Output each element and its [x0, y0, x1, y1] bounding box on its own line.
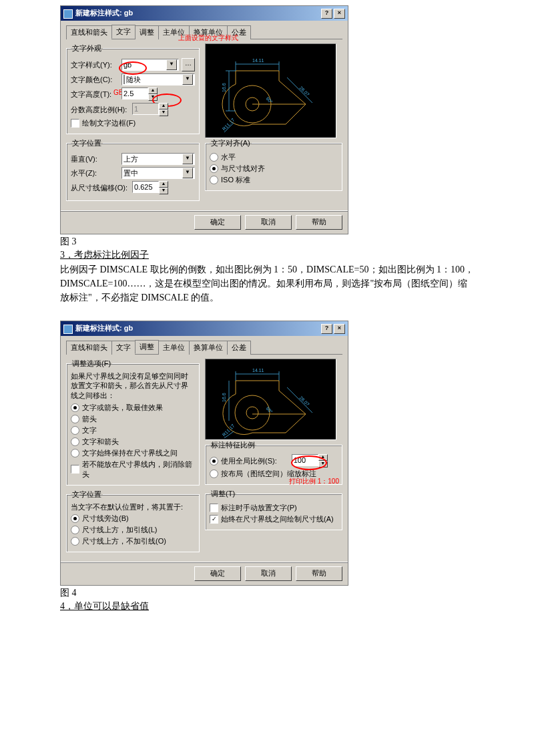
- tune-always-draw-check[interactable]: ✓始终在尺寸界线之间绘制尺寸线(A): [210, 514, 338, 524]
- chevron-down-icon: ▼: [182, 74, 193, 85]
- chevron-down-icon: ▼: [182, 168, 193, 178]
- text-alignment-group: 文字对齐(A) 水平 与尺寸线对齐 ISO 标准: [205, 138, 342, 191]
- text-position-legend: 文字位置: [71, 138, 103, 148]
- cancel-button[interactable]: 取消: [245, 215, 292, 230]
- tab-lines-arrows[interactable]: 直线和箭头: [66, 25, 112, 39]
- fraction-height-label: 分数高度比例(H):: [71, 105, 129, 115]
- spin-up-icon[interactable]: ▲: [148, 87, 158, 94]
- fit-desc: 如果尺寸界线之间没有足够空间同时放置文字和箭头，那么首先从尺寸界线之间移出：: [71, 371, 195, 400]
- text-height-label: 文字高度(T):: [71, 89, 119, 100]
- text-alignment-legend: 文字对齐(A): [210, 138, 252, 148]
- svg-text:16.6: 16.6: [222, 393, 226, 402]
- ok-button[interactable]: 确定: [194, 566, 241, 581]
- body-text-3: 比例因子 DIMSCALE 取比例的倒数，如出图比例为 1：50，DIMSCAL…: [60, 262, 474, 305]
- tab-text[interactable]: 文字: [111, 25, 136, 39]
- annotation-textstyle: 上面设置的文字样式: [178, 33, 238, 43]
- tab-primary-units[interactable]: 主单位: [158, 341, 190, 355]
- annotation-circle-scale: [291, 455, 327, 470]
- text-position-desc: 当文字不在默认位置时，将其置于:: [71, 502, 195, 512]
- fine-tuning-group: 调整(T) 标注时手动放置文字(P) ✓始终在尺寸界线之间绘制尺寸线(A): [205, 489, 342, 530]
- preview-pane: 14.11 16.6 28.07 60° R11.17: [205, 43, 336, 138]
- offset-input[interactable]: 0.625: [132, 181, 159, 193]
- fit-text-radio[interactable]: 文字: [71, 425, 195, 435]
- text-style-label: 文字样式(Y):: [71, 60, 119, 70]
- svg-text:14.11: 14.11: [252, 58, 264, 63]
- section-heading-4: 4，单位可以是缺省值: [60, 600, 474, 612]
- help-icon[interactable]: ?: [321, 324, 332, 334]
- svg-text:60°: 60°: [265, 406, 274, 415]
- titlebar-text: 新建标注样式: gb: [75, 324, 133, 332]
- align-horizontal-radio[interactable]: 水平: [210, 152, 338, 162]
- text-position-group: 文字位置 垂直(V):上方▼ 水平(Z):置中▼ 从尺寸线偏移(O):0.625…: [66, 138, 200, 201]
- close-icon[interactable]: ×: [334, 324, 345, 334]
- dim-style-dialog-fit: 新建标注样式: gb ? × 直线和箭头 文字 调整 主单位 换算单位 公差 调…: [60, 321, 348, 586]
- annotation-printscale: 打印比例 1：100: [289, 477, 339, 486]
- dim-scale-legend: 标注特征比例: [210, 440, 256, 450]
- fine-tuning-legend: 调整(T): [210, 489, 236, 499]
- align-dimline-radio[interactable]: 与尺寸线对齐: [210, 164, 338, 174]
- tab-text[interactable]: 文字: [111, 341, 136, 355]
- titlebar-text: 新建标注样式: gb: [75, 9, 133, 17]
- fit-best-radio[interactable]: 文字或箭头，取最佳效果: [71, 403, 195, 413]
- horizontal-combo[interactable]: 置中▼: [121, 167, 195, 179]
- text-color-combo[interactable]: 随块▼: [121, 73, 195, 85]
- horizontal-label: 水平(Z):: [71, 168, 119, 178]
- offset-label: 从尺寸线偏移(O):: [71, 183, 129, 193]
- tune-manual-check[interactable]: 标注时手动放置文字(P): [210, 503, 338, 513]
- tabs: 直线和箭头 文字 调整 主单位 换算单位 公差: [66, 340, 342, 355]
- spin-up-icon: ▲: [159, 103, 168, 110]
- preview-pane: 14.1116.6 28.0760° R11.17: [205, 359, 336, 440]
- text-appearance-group: 文字外观 文字样式(Y): gb▼ … 文字颜色(C): 随块▼ GB：2.5~…: [66, 43, 200, 134]
- spin-down-icon[interactable]: ▼: [159, 188, 168, 194]
- text-height-input[interactable]: 2.5: [121, 87, 148, 100]
- text-appearance-legend: 文字外观: [71, 43, 103, 53]
- cancel-button[interactable]: 取消: [245, 566, 292, 581]
- svg-text:16.6: 16.6: [222, 83, 226, 92]
- dim-scale-group: 标注特征比例 使用全局比例(S): 100▲▼ 按布局（图纸空间）缩放标注 打印…: [205, 440, 342, 485]
- tab-lines-arrows[interactable]: 直线和箭头: [66, 341, 112, 355]
- vertical-combo[interactable]: 上方▼: [121, 153, 195, 165]
- vertical-label: 垂直(V):: [71, 154, 119, 164]
- fit-arrows-radio[interactable]: 箭头: [71, 414, 195, 424]
- spin-up-icon[interactable]: ▲: [159, 181, 168, 188]
- fit-both-radio[interactable]: 文字和箭头: [71, 437, 195, 447]
- textpos-above-noleader-radio[interactable]: 尺寸线上方，不加引线(O): [71, 536, 195, 546]
- svg-text:60°: 60°: [265, 96, 274, 105]
- fit-options-legend: 调整选项(F): [71, 359, 112, 369]
- figure-caption-3: 图 3: [60, 236, 474, 248]
- chevron-down-icon: ▼: [166, 59, 177, 70]
- tab-fit[interactable]: 调整: [135, 340, 159, 354]
- spin-down-icon: ▼: [159, 110, 168, 116]
- dim-style-dialog-text: 新建标注样式: gb ? × 直线和箭头 文字 调整 主单位 换算单位 公差 上…: [60, 5, 348, 234]
- help-icon[interactable]: ?: [321, 9, 332, 19]
- text-color-label: 文字颜色(C):: [71, 75, 119, 85]
- tab-fit[interactable]: 调整: [135, 25, 159, 39]
- titlebar[interactable]: 新建标注样式: gb ? ×: [61, 321, 348, 336]
- titlebar[interactable]: 新建标注样式: gb ? ×: [61, 6, 348, 21]
- align-iso-radio[interactable]: ISO 标准: [210, 175, 338, 185]
- annotation-circle-style: [119, 61, 147, 75]
- tab-tolerance[interactable]: 公差: [227, 341, 251, 355]
- tab-alt-units[interactable]: 换算单位: [189, 341, 228, 355]
- textpos-beside-radio[interactable]: 尺寸线旁边(B): [71, 514, 195, 524]
- text-style-browse-button[interactable]: …: [182, 58, 195, 71]
- ok-button[interactable]: 确定: [194, 215, 241, 230]
- close-icon[interactable]: ×: [334, 9, 345, 19]
- section-heading-3: 3，考虑标注比例因子: [60, 249, 474, 261]
- svg-point-17: [246, 407, 258, 419]
- chevron-down-icon: ▼: [182, 154, 193, 164]
- text-frame-check[interactable]: 绘制文字边框(F): [71, 118, 195, 128]
- textpos-above-leader-radio[interactable]: 尺寸线上方，加引线(L): [71, 525, 195, 535]
- fit-options-group: 调整选项(F) 如果尺寸界线之间没有足够空间同时放置文字和箭头，那么首先从尺寸界…: [66, 359, 200, 486]
- fraction-height-input: 1: [132, 103, 159, 115]
- svg-point-16: [235, 395, 270, 430]
- text-position-group2: 文字位置 当文字不在默认位置时，将其置于: 尺寸线旁边(B) 尺寸线上方，加引线…: [66, 490, 200, 552]
- fit-suppress-arrows-check[interactable]: 若不能放在尺寸界线内，则消除箭头: [71, 459, 195, 480]
- help-button[interactable]: 帮助: [296, 566, 342, 581]
- figure-caption-4: 图 4: [60, 587, 474, 599]
- help-button[interactable]: 帮助: [296, 215, 342, 230]
- svg-text:14.11: 14.11: [252, 368, 264, 373]
- text-position-legend2: 文字位置: [71, 490, 103, 500]
- fit-keep-radio[interactable]: 文字始终保持在尺寸界线之间: [71, 448, 195, 458]
